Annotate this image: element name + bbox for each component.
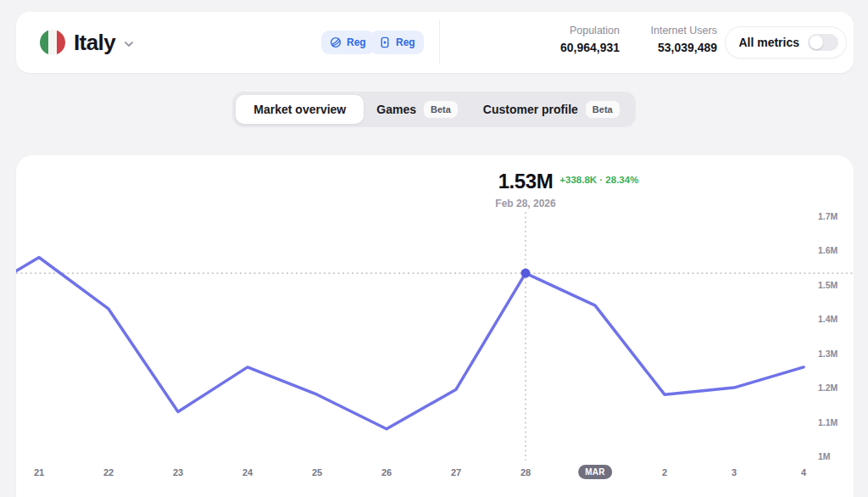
x-axis-label: 25: [312, 467, 322, 477]
y-axis-label: 1.4M: [818, 314, 837, 324]
tab-bar: Market overview Games Beta Customer prof…: [232, 92, 635, 127]
x-axis-label: 4: [801, 467, 806, 477]
registrations-line-series: [16, 258, 804, 429]
tab-bar-wrapper: Market overview Games Beta Customer prof…: [0, 92, 868, 127]
x-axis-label: 24: [242, 467, 253, 477]
x-axis-label: 23: [173, 467, 183, 477]
x-axis-label: 3: [732, 467, 737, 477]
reg-badge-label: Reg: [396, 36, 415, 48]
tab-label: Market overview: [253, 103, 346, 116]
chart-canvas[interactable]: [16, 155, 854, 497]
x-axis-label: 2: [662, 467, 667, 477]
all-metrics-toggle[interactable]: [808, 34, 838, 51]
population-stat: Population 60,964,931: [560, 25, 620, 54]
country-selector[interactable]: Italy: [40, 12, 134, 73]
tab-label: Customer profile: [483, 103, 578, 116]
country-name: Italy: [74, 30, 115, 56]
italy-flag-icon: [40, 30, 65, 55]
x-axis-label: 27: [451, 467, 461, 477]
internet-users-label: Internet Users: [650, 25, 717, 36]
chart-tooltip: 1.53M +338.8K · 28.34% Feb 28, 2026: [495, 170, 555, 209]
tab-market-overview[interactable]: Market overview: [236, 95, 364, 124]
mobile-device-icon: [379, 36, 391, 48]
x-axis-label: 22: [103, 467, 114, 477]
tooltip-delta: +338.8K · 28.34%: [559, 175, 638, 185]
tab-games[interactable]: Games Beta: [364, 95, 470, 124]
tab-label: Games: [376, 103, 416, 116]
month-pill-label: MAR: [578, 465, 612, 479]
toggle-knob-icon: [810, 36, 823, 49]
all-metrics-control: All metrics: [725, 26, 847, 59]
y-axis-label: 1.3M: [818, 349, 837, 359]
selected-point-dot[interactable]: [521, 269, 531, 278]
internet-users-stat: Internet Users 53,039,489: [650, 25, 717, 54]
reg-mobile-badge[interactable]: Reg: [370, 31, 424, 54]
tooltip-date: Feb 28, 2026: [495, 198, 555, 209]
y-axis-label: 1.2M: [818, 383, 837, 393]
all-metrics-label: All metrics: [738, 36, 799, 49]
market-overview-chart-card: 1.53M +338.8K · 28.34% Feb 28, 2026 1.7M…: [16, 155, 854, 497]
population-label: Population: [560, 25, 620, 36]
tooltip-value: 1.53M: [498, 170, 554, 193]
x-axis-label: 28: [520, 467, 531, 477]
y-axis-label: 1.7M: [818, 211, 837, 221]
x-axis-label: 21: [34, 467, 44, 477]
tab-customer-profile[interactable]: Customer profile Beta: [470, 95, 632, 124]
reg-badge-label: Reg: [347, 36, 366, 48]
header-divider: [439, 20, 440, 64]
chevron-down-icon: [124, 41, 134, 47]
y-axis-label: 1.1M: [818, 417, 837, 427]
y-axis-label: 1M: [818, 451, 831, 461]
sports-ball-icon: [330, 36, 342, 48]
beta-badge: Beta: [424, 101, 458, 118]
population-value: 60,964,931: [560, 41, 620, 54]
y-axis-label: 1.6M: [818, 245, 837, 255]
header-bar: Italy Reg Reg Population 60,964,931 Inte…: [16, 12, 854, 73]
reg-sports-badge[interactable]: Reg: [321, 31, 375, 54]
y-axis-label: 1.5M: [818, 280, 837, 290]
internet-users-value: 53,039,489: [650, 41, 717, 54]
beta-badge: Beta: [586, 101, 620, 118]
x-axis-label: 26: [381, 467, 392, 477]
